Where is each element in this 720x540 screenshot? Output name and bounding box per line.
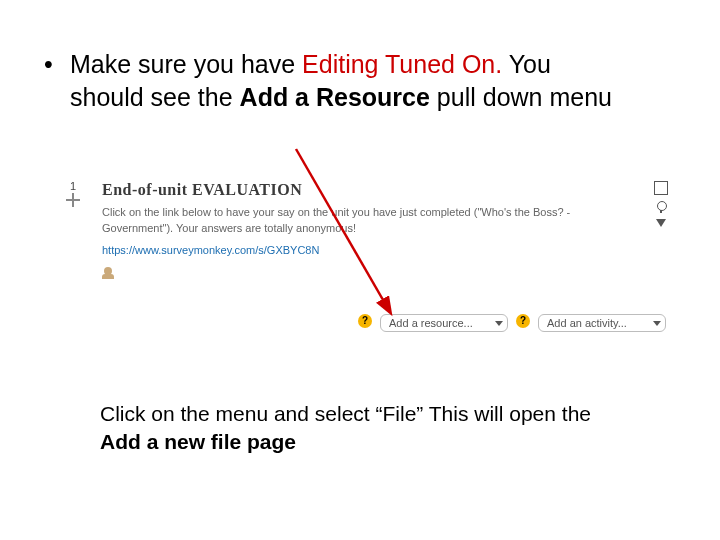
chevron-down-icon bbox=[495, 321, 503, 326]
move-handle-icon[interactable] bbox=[66, 193, 80, 207]
survey-link[interactable]: https://www.surveymonkey.com/s/GXBYC8N bbox=[102, 244, 319, 256]
add-resource-dropdown[interactable]: Add a resource... bbox=[380, 314, 508, 332]
instruction-bold: Add a new file page bbox=[100, 430, 296, 453]
moodle-section-screenshot: 1 End-of-unit EVALUATION Click on the li… bbox=[50, 175, 680, 340]
chevron-down-icon bbox=[653, 321, 661, 326]
show-hide-icon[interactable] bbox=[655, 201, 667, 213]
add-menus-row: ? Add a resource... ? Add an activity... bbox=[50, 314, 680, 332]
bullet-marker: • bbox=[44, 48, 53, 81]
bullet-bold-add: Add a Resource bbox=[240, 83, 430, 111]
add-resource-label: Add a resource... bbox=[389, 317, 489, 329]
move-down-icon[interactable] bbox=[656, 219, 666, 227]
section-description: Click on the link below to have your say… bbox=[102, 205, 622, 237]
bullet-part3: pull down menu bbox=[430, 83, 612, 111]
help-icon[interactable]: ? bbox=[516, 314, 530, 328]
slide: • Make sure you have Editing Tuned On. Y… bbox=[0, 0, 720, 540]
instruction-text: Click on the menu and select “File” This… bbox=[100, 400, 620, 457]
section-edit-icons bbox=[654, 181, 668, 227]
help-icon[interactable]: ? bbox=[358, 314, 372, 328]
forum-icon[interactable] bbox=[102, 267, 116, 279]
add-activity-dropdown[interactable]: Add an activity... bbox=[538, 314, 666, 332]
bullet-part1: Make sure you have bbox=[70, 50, 302, 78]
bullet-editing-highlight: Editing Tuned On bbox=[302, 50, 495, 78]
section-number: 1 bbox=[70, 180, 76, 192]
bullet-period: . bbox=[495, 50, 508, 78]
section-title: End-of-unit EVALUATION bbox=[102, 181, 302, 199]
add-activity-label: Add an activity... bbox=[547, 317, 647, 329]
bullet-text: • Make sure you have Editing Tuned On. Y… bbox=[70, 48, 630, 113]
instruction-part1: Click on the menu and select “File” This… bbox=[100, 402, 591, 425]
highlight-section-icon[interactable] bbox=[654, 181, 668, 195]
